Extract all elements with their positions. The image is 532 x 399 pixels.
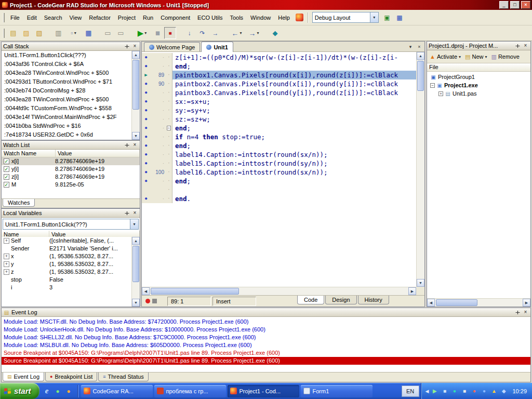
open-project-icon[interactable]: ▧ (33, 27, 45, 39)
fold-marker[interactable] (166, 132, 172, 141)
event-log-tab[interactable]: ▤ Event Log (3, 373, 44, 381)
fold-marker[interactable] (166, 71, 172, 79)
menu-item[interactable]: File (7, 13, 23, 22)
close-icon[interactable] (131, 142, 138, 148)
breakpoint-margin[interactable] (142, 132, 150, 141)
task-project1[interactable]: Project1 - Cod... (228, 385, 299, 397)
minimize-button[interactable]: _ (499, 1, 509, 9)
view-tab[interactable]: Code (297, 296, 324, 304)
code-line[interactable]: z[i+1]:=((p0*Cd)/M)*sqr(w-(z[i]-z[i-1])/… (142, 53, 416, 62)
tray-icon-6[interactable]: ● (480, 387, 488, 395)
fold-marker[interactable] (166, 62, 172, 71)
code-line[interactable]: sx:=sx+u; (142, 97, 416, 106)
fold-marker[interactable] (166, 177, 172, 185)
new-button[interactable]: ▤ New ▾ (463, 52, 488, 62)
menu-item[interactable]: View (66, 13, 86, 22)
call-stack-frame[interactable]: :0043eb74 DoControlMsg + $28 (2, 86, 131, 95)
fold-marker[interactable] (166, 141, 172, 150)
call-stack-frame[interactable]: :0041b0ba StdWndProc + $16 (2, 122, 131, 130)
tray-icon-3[interactable]: ● (450, 387, 458, 395)
breakpoint-margin[interactable] (142, 79, 150, 88)
local-variable-row[interactable]: Self ([csInheritable], False, (... (2, 237, 131, 245)
breakpoint-margin[interactable] (142, 159, 150, 168)
event-log-entry[interactable]: Source Breakpoint at $0045A150: G:\Progr… (2, 357, 530, 365)
remove-button[interactable]: ▥ Remove (489, 52, 521, 62)
run-to-cursor-icon[interactable]: → (209, 27, 221, 39)
stop-icon[interactable]: ■ (164, 27, 176, 39)
editor-tab[interactable]: Unit1 (201, 42, 233, 52)
internet-explorer-icon[interactable]: e (43, 387, 51, 395)
code-line[interactable]: 89 paintbox1.Canvas.Pixels[round(x[i]),r… (142, 71, 416, 79)
tray-icon-8[interactable]: ◆ (500, 387, 508, 395)
close-icon[interactable] (522, 43, 529, 49)
local-variable-row[interactable]: i 3 (2, 284, 131, 291)
open-icon[interactable]: ▨ (20, 27, 32, 39)
fold-marker[interactable] (166, 88, 172, 97)
new-items-icon[interactable]: ▤ (7, 27, 19, 39)
fold-marker[interactable] (166, 150, 172, 159)
close-page-icon[interactable]: × (416, 44, 423, 50)
code-area[interactable]: z[i+1]:=((p0*Cd)/M)*sqr(w-(z[i]-z[i-1])/… (142, 52, 416, 287)
view-tab[interactable]: Design (325, 296, 356, 304)
watch-row[interactable]: z[i] 8.2786746069e+19 (2, 173, 140, 181)
breakpoint-margin[interactable] (142, 177, 150, 185)
toolbar-grip[interactable] (3, 29, 5, 38)
close-icon[interactable] (522, 309, 529, 315)
scrollbar-horizontal[interactable]: ◀ ▶ (142, 287, 416, 295)
breakpoint-margin[interactable] (142, 97, 150, 106)
tab-list-icon[interactable]: ▾ (407, 44, 414, 50)
pin-icon[interactable] (514, 43, 521, 49)
back-icon[interactable]: ← (229, 27, 245, 39)
editor-tab[interactable]: Welcome Page (144, 42, 200, 51)
watch-checkbox[interactable] (4, 182, 9, 188)
watch-checkbox[interactable] (4, 166, 9, 172)
menu-item[interactable]: Edit (23, 13, 41, 22)
scroll-thumb[interactable] (132, 60, 139, 110)
event-log-entry[interactable]: Module Load: UnlockerHook.dll. No Debug … (2, 326, 530, 334)
scope-combo[interactable]: Unit1.TForm1.Button1Click(???) (3, 219, 139, 230)
tray-icon-5[interactable]: ● (470, 387, 478, 395)
fold-marker[interactable] (166, 194, 172, 203)
language-indicator[interactable]: EN (402, 385, 419, 397)
task-forum[interactable]: проблема с гр... (154, 385, 226, 397)
menu-item[interactable]: Refactor (85, 13, 114, 22)
task-form1[interactable]: Form1 (301, 385, 373, 397)
tray-icon-4[interactable]: ■ (460, 387, 468, 395)
fold-marker[interactable] (166, 115, 172, 124)
save-layout-icon[interactable]: ▦ (394, 12, 405, 23)
breakpoint-margin[interactable] (142, 168, 150, 177)
fold-marker[interactable] (166, 168, 172, 177)
close-icon[interactable] (131, 210, 138, 216)
menu-item[interactable]: Search (41, 13, 66, 22)
toolbar-grip[interactable] (3, 13, 5, 22)
pin-icon[interactable] (124, 43, 130, 49)
expander-icon[interactable] (4, 269, 9, 275)
menu-item[interactable]: Project (114, 13, 139, 22)
tree-item-project-exe[interactable]: − ▣ Project1.exe (427, 81, 530, 89)
scroll-right-icon[interactable]: ▶ (408, 287, 416, 295)
close-button[interactable]: × (521, 1, 530, 9)
menu-item[interactable]: ECO Utils (194, 13, 226, 22)
scroll-left-icon[interactable]: ◀ (142, 287, 150, 295)
scroll-down-icon[interactable]: ▼ (132, 132, 140, 140)
menu-item[interactable]: Window (247, 13, 274, 22)
print-setup-icon[interactable]: ▭ (115, 27, 127, 39)
code-line[interactable]: end; (142, 141, 416, 150)
scroll-down-icon[interactable]: ▼ (417, 279, 424, 287)
watch-row[interactable]: y[i] 8.2786746069e+19 (2, 165, 140, 173)
breakpoint-margin[interactable] (142, 71, 150, 79)
breakpoint-margin[interactable] (142, 62, 150, 71)
breakpoint-margin[interactable] (142, 106, 150, 115)
expander-icon[interactable] (4, 254, 9, 259)
watch-checkbox[interactable] (4, 174, 9, 180)
chevron-down-icon[interactable] (130, 219, 138, 229)
scrollbar-vertical[interactable]: ▲ ▼ (131, 51, 140, 140)
fold-marker[interactable] (166, 106, 172, 115)
desktop-layout-combo[interactable]: Debug Layout (312, 12, 379, 23)
event-log-entry[interactable]: Source Breakpoint at $0045A150: G:\Progr… (2, 349, 530, 357)
apply-layout-icon[interactable]: ▣ (381, 12, 393, 23)
code-line[interactable]: end; (142, 177, 416, 185)
trace-into-icon[interactable]: ↓ (183, 27, 195, 39)
event-log-entry[interactable]: Module Load: SHELL32.dll. No Debug Info.… (2, 334, 530, 341)
expand-icon[interactable]: + (438, 91, 443, 96)
